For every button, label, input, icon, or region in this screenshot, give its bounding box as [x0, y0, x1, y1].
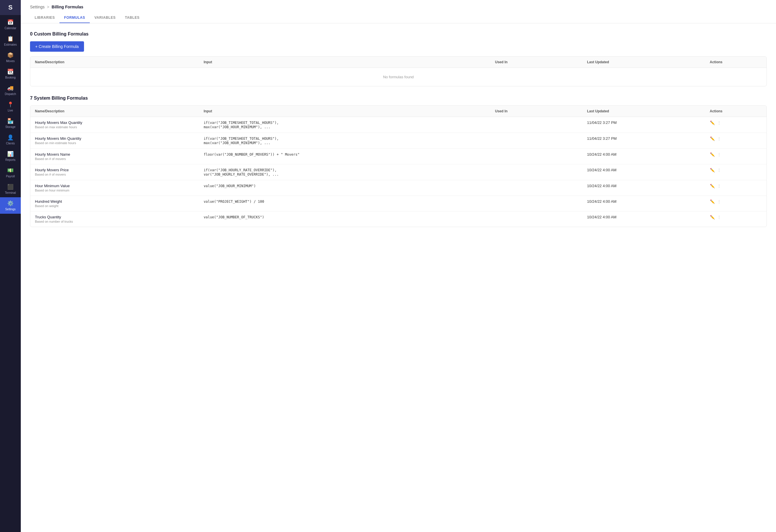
formula-actions-cell: ✏️ ⋮	[705, 149, 767, 164]
sidebar-item-payroll[interactable]: 💵 Payroll	[0, 164, 21, 181]
terminal-icon: ⬛	[7, 184, 14, 190]
table-row: Trucks Quantity Based on number of truck…	[30, 211, 766, 227]
formula-actions-cell: ✏️ ⋮	[705, 164, 767, 180]
tab-formulas[interactable]: Formulas	[59, 13, 90, 23]
booking-icon: 📆	[7, 68, 14, 75]
formula-name-cell: Trucks Quantity Based on number of truck…	[30, 211, 199, 227]
formula-usedin-cell	[491, 211, 583, 227]
table-row: Hourly Movers Price Based on # of movers…	[30, 164, 766, 180]
formula-input-cell: if(var("JOB_TIMESHEET_TOTAL_HOURS"),max(…	[199, 117, 490, 133]
formula-actions-cell: ✏️ ⋮	[705, 196, 767, 211]
formula-input-cell: if(var("JOB_HOURLY_RATE_OVERRIDE"),var("…	[199, 164, 490, 180]
calendar-icon: 📅	[7, 19, 14, 25]
sidebar-item-clients[interactable]: 👤 Clients	[0, 131, 21, 148]
empty-message: No formulas found	[30, 68, 766, 86]
more-icon[interactable]: ⋮	[717, 152, 721, 157]
sidebar-item-label: Calendar	[5, 27, 16, 30]
empty-row: No formulas found	[30, 68, 766, 86]
table-row: Hourly Movers Min Quantity Based on min …	[30, 133, 766, 149]
formula-input-cell: if(var("JOB_TIMESHEET_TOTAL_HOURS"),max(…	[199, 133, 490, 149]
sidebar-item-live[interactable]: 📍 Live	[0, 99, 21, 115]
formula-name: Hour Minimum Value	[35, 184, 194, 188]
formula-usedin-cell	[491, 149, 583, 164]
formula-lastupdated-cell: 10/24/22 4:00 AM	[583, 164, 705, 180]
formula-name-cell: Hour Minimum Value Based on hour minimum	[30, 180, 199, 196]
estimates-icon: 📋	[7, 35, 14, 42]
edit-icon[interactable]: ✏️	[710, 215, 715, 219]
system-section: 7 System Billing Formulas Name/Descripti…	[30, 96, 767, 227]
tab-libraries[interactable]: Libraries	[30, 13, 59, 23]
edit-icon[interactable]: ✏️	[710, 199, 715, 204]
sidebar-item-dispatch[interactable]: 🚚 Dispatch	[0, 82, 21, 99]
sidebar-item-label: Clients	[6, 142, 15, 145]
clients-icon: 👤	[7, 134, 14, 141]
create-billing-formula-button[interactable]: + Create Billing Formula	[30, 41, 84, 52]
edit-icon[interactable]: ✏️	[710, 168, 715, 172]
sys-col-header-actions: Actions	[705, 106, 767, 117]
sys-col-header-input: Input	[199, 106, 490, 117]
sys-col-header-updated: Last Updated	[583, 106, 705, 117]
more-icon[interactable]: ⋮	[717, 199, 721, 204]
formula-description: Based on hour minimum	[35, 189, 194, 192]
formula-description: Based on weight	[35, 204, 194, 208]
formula-description: Based on # of movers	[35, 173, 194, 176]
reports-icon: 📊	[7, 151, 14, 157]
sidebar-item-reports[interactable]: 📊 Reports	[0, 148, 21, 164]
formula-lastupdated-cell: 11/04/22 3:27 PM	[583, 133, 705, 149]
edit-icon[interactable]: ✏️	[710, 184, 715, 188]
sidebar-item-label: Storage	[5, 125, 15, 129]
sys-col-header-name: Name/Description	[30, 106, 199, 117]
formula-usedin-cell	[491, 133, 583, 149]
more-icon[interactable]: ⋮	[717, 136, 721, 141]
formula-description: Based on max estimate hours	[35, 125, 194, 129]
edit-icon[interactable]: ✏️	[710, 152, 715, 157]
more-icon[interactable]: ⋮	[717, 121, 721, 125]
sidebar-item-booking[interactable]: 📆 Booking	[0, 65, 21, 82]
sidebar-item-label: Dispatch	[5, 93, 16, 96]
formula-name-cell: Hourly Movers Price Based on # of movers	[30, 164, 199, 180]
system-formulas-table: Name/Description Input Used In Last Upda…	[30, 106, 766, 227]
col-header-updated: Last Updated	[583, 57, 705, 68]
col-header-name: Name/Description	[30, 57, 199, 68]
formula-name-cell: Hourly Movers Max Quantity Based on max …	[30, 117, 199, 133]
sidebar-item-storage[interactable]: 🏪 Storage	[0, 115, 21, 131]
more-icon[interactable]: ⋮	[717, 184, 721, 188]
formula-usedin-cell	[491, 117, 583, 133]
sidebar-item-label: Terminal	[5, 191, 16, 194]
sidebar-item-moves[interactable]: 📦 Moves	[0, 49, 21, 65]
formula-input: value("JOB_NUMBER_OF_TRUCKS")	[204, 215, 264, 219]
sidebar-logo: S	[0, 0, 21, 15]
formula-name: Trucks Quantity	[35, 215, 194, 219]
sidebar-item-label: Live	[8, 109, 13, 112]
table-row: Hourly Movers Max Quantity Based on max …	[30, 117, 766, 133]
formula-input: value("JOB_HOUR_MINIMUM")	[204, 184, 256, 188]
page-content: 0 Custom Billing Formulas + Create Billi…	[21, 23, 776, 532]
sidebar-item-settings[interactable]: ⚙️ Settings	[0, 197, 21, 214]
main-content: Settings > Billing Formulas Libraries Fo…	[21, 0, 776, 532]
sidebar-item-terminal[interactable]: ⬛ Terminal	[0, 181, 21, 197]
formula-description: Based on # of movers	[35, 157, 194, 161]
formula-description: Based on number of trucks	[35, 220, 194, 223]
more-icon[interactable]: ⋮	[717, 168, 721, 172]
tab-variables[interactable]: Variables	[90, 13, 121, 23]
breadcrumb-parent[interactable]: Settings	[30, 5, 45, 9]
sidebar-item-label: Moves	[6, 59, 14, 63]
edit-icon[interactable]: ✏️	[710, 121, 715, 125]
tab-tables[interactable]: Tables	[121, 13, 144, 23]
sidebar-item-estimates[interactable]: 📋 Estimates	[0, 33, 21, 49]
more-icon[interactable]: ⋮	[717, 215, 721, 219]
storage-icon: 🏪	[7, 118, 14, 124]
formula-actions-cell: ✏️ ⋮	[705, 211, 767, 227]
custom-formulas-table: Name/Description Input Used In Last Upda…	[30, 57, 766, 86]
col-header-usedin: Used In	[491, 57, 583, 68]
formula-input-cell: value("PROJECT_WEIGHT") / 100	[199, 196, 490, 211]
custom-section-title: 0 Custom Billing Formulas	[30, 31, 767, 37]
edit-icon[interactable]: ✏️	[710, 136, 715, 141]
moves-icon: 📦	[7, 52, 14, 58]
formula-input: value("PROJECT_WEIGHT") / 100	[204, 200, 264, 204]
custom-formulas-table-container: Name/Description Input Used In Last Upda…	[30, 56, 767, 86]
formula-lastupdated-cell: 10/24/22 4:00 AM	[583, 180, 705, 196]
sidebar-item-label: Reports	[5, 158, 15, 161]
sidebar-item-calendar[interactable]: 📅 Calendar	[0, 16, 21, 33]
table-row: Hourly Movers Name Based on # of movers …	[30, 149, 766, 164]
